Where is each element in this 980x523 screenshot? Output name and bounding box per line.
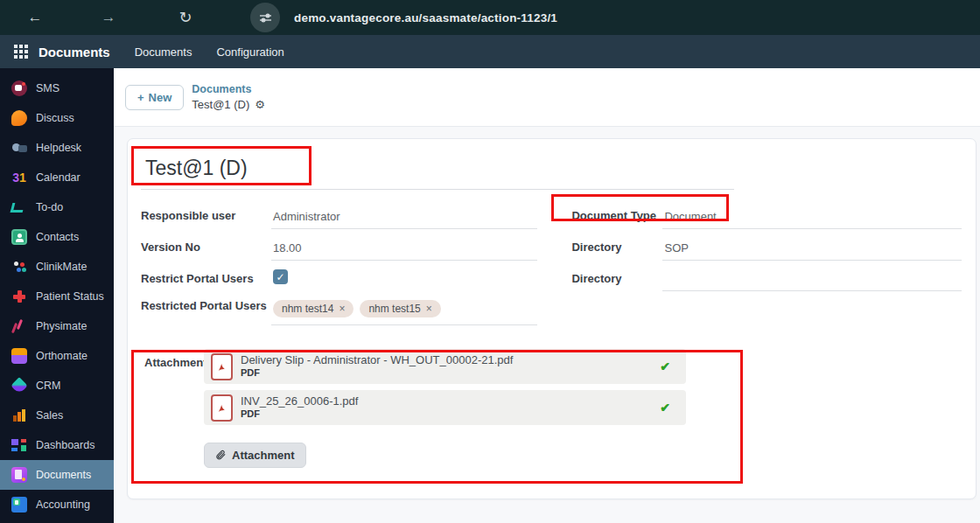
field-document-type: Document Type Document [569, 200, 962, 232]
clinikmate-icon [11, 259, 27, 275]
site-settings-icon[interactable] [250, 3, 280, 32]
title-field[interactable]: Test@1 (D) [141, 150, 734, 190]
sidebar-item-label: Helpdesk [36, 142, 81, 154]
add-attachment-button[interactable]: Attachment [204, 443, 306, 468]
discuss-icon [11, 110, 27, 126]
attachment-section: Attachment Delivery Slip - Administrator… [138, 349, 962, 468]
field-directory-2: Directory [569, 263, 962, 295]
browser-chrome: ← → ↻ demo.vantagecore.au/saasmate/actio… [0, 0, 980, 35]
document-title: Test@1 (D) [145, 157, 248, 179]
file-type: PDF [241, 367, 660, 380]
patient-status-icon [11, 289, 27, 304]
field-label: Restricted Portal Users [138, 298, 271, 314]
field-restricted-portal-users: Restricted Portal Users nhm test14 × nhm… [138, 295, 537, 326]
sidebar-item-sms[interactable]: SMS [0, 73, 114, 103]
field-label: Directory [569, 271, 662, 287]
directory-2-input[interactable] [662, 267, 962, 291]
sidebar-item-physimate[interactable]: Physimate [0, 311, 114, 341]
field-label: Document Type [569, 208, 662, 224]
accounting-icon [11, 497, 27, 513]
version-no-input[interactable]: 18.00 [271, 235, 537, 261]
sidebar-item-label: Dashboards [36, 439, 94, 451]
sidebar-item-orthomate[interactable]: Orthomate [0, 341, 114, 371]
field-label: Restrict Portal Users [138, 271, 271, 287]
sidebar-item-label: Calendar [36, 171, 80, 184]
check-icon: ✓ [276, 271, 284, 283]
sidebar-item-calendar[interactable]: 31 Calendar [0, 163, 114, 192]
tag-label: nhm test15 [368, 303, 420, 315]
directory-input[interactable]: SOP [662, 235, 962, 261]
responsible-user-input[interactable]: Administrator [271, 204, 537, 229]
url-text: demo.vantagecore.au/saasmate/action-1123… [294, 11, 557, 24]
plus-icon: + [137, 91, 144, 104]
sidebar-item-label: To-do [36, 201, 63, 213]
tag-label: nhm test14 [282, 303, 333, 315]
sidebar-item-patient-status[interactable]: Patient Status [0, 282, 114, 311]
app-header: Documents Documents Configuration [0, 35, 980, 68]
menu-configuration[interactable]: Configuration [216, 45, 284, 59]
settings-gear-icon[interactable]: ⚙ [255, 97, 265, 114]
sidebar-item-accounting[interactable]: Accounting [0, 490, 114, 520]
sidebar-item-helpdesk[interactable]: Helpdesk [0, 133, 114, 163]
uploaded-check-icon: ✔ [660, 401, 670, 415]
sales-icon [11, 408, 27, 423]
physimate-icon [11, 318, 27, 334]
restrict-portal-users-checkbox[interactable]: ✓ [273, 269, 288, 284]
apps-menu-icon[interactable] [14, 45, 28, 59]
app-name[interactable]: Documents [38, 45, 110, 59]
file-type: PDF [241, 408, 660, 421]
sidebar: SMS Discuss Helpdesk 31 Calendar To-do C… [0, 68, 114, 523]
breadcrumb-current: Test@1 (D) [192, 97, 249, 114]
control-panel: + New Documents Test@1 (D) ⚙ [114, 68, 980, 127]
field-version-no: Version No 18.00 [138, 232, 537, 263]
sidebar-item-label: SMS [36, 82, 60, 94]
url-bar[interactable]: demo.vantagecore.au/saasmate/action-1123… [250, 3, 557, 31]
document-type-input[interactable]: Document [662, 204, 962, 229]
sidebar-item-label: Discuss [36, 112, 74, 124]
sidebar-item-label: Documents [36, 469, 91, 481]
sidebar-item-discuss[interactable]: Discuss [0, 103, 114, 133]
sidebar-item-label: CRM [36, 380, 60, 392]
field-restrict-portal-users: Restrict Portal Users ✓ [138, 263, 537, 295]
field-label: Directory [569, 240, 662, 255]
attachment-label: Attachment [138, 349, 193, 468]
attachment-file[interactable]: Delivery Slip - Administrator - WH_OUT_0… [204, 349, 686, 384]
file-name: INV_25_26_0006-1.pdf [241, 394, 660, 408]
breadcrumb: Documents Test@1 (D) ⚙ [192, 81, 265, 114]
breadcrumb-parent-link[interactable]: Documents [192, 81, 265, 97]
sidebar-item-label: Physimate [36, 320, 87, 332]
paperclip-icon [215, 450, 227, 461]
sidebar-item-label: Patient Status [36, 290, 104, 303]
crm-icon [11, 378, 27, 394]
sidebar-item-crm[interactable]: CRM [0, 371, 114, 401]
sidebar-item-label: Sales [36, 409, 63, 422]
refresh-icon[interactable]: ↻ [175, 8, 196, 27]
uploaded-check-icon: ✔ [660, 359, 670, 373]
menu-documents[interactable]: Documents [135, 45, 192, 59]
sidebar-item-label: ClinikMate [36, 261, 87, 273]
sidebar-item-contacts[interactable]: Contacts [0, 222, 114, 252]
user-tag[interactable]: nhm test15 × [360, 300, 440, 317]
sidebar-item-label: Orthomate [36, 350, 88, 362]
remove-tag-icon[interactable]: × [426, 303, 432, 315]
new-button[interactable]: + New [125, 85, 184, 110]
back-icon[interactable]: ← [24, 9, 46, 26]
orthomate-icon [11, 348, 27, 364]
field-label: Version No [138, 240, 271, 255]
sidebar-item-documents[interactable]: Documents [0, 460, 114, 490]
field-directory-1: Directory SOP [569, 232, 962, 263]
remove-tag-icon[interactable]: × [339, 303, 345, 315]
forward-icon[interactable]: → [98, 9, 119, 26]
sidebar-item-dashboards[interactable]: Dashboards [0, 430, 114, 460]
todo-icon [11, 199, 27, 215]
sidebar-item-clinikmate[interactable]: ClinikMate [0, 252, 114, 282]
sidebar-item-todo[interactable]: To-do [0, 192, 114, 222]
sidebar-item-label: Accounting [36, 499, 90, 511]
pdf-file-icon [211, 353, 233, 380]
field-responsible-user: Responsible user Administrator [138, 200, 537, 232]
field-label: Responsible user [138, 208, 271, 224]
sidebar-item-sales[interactable]: Sales [0, 401, 114, 430]
attachment-file[interactable]: INV_25_26_0006-1.pdf PDF ✔ [204, 390, 686, 425]
restricted-portal-users-input[interactable]: nhm test14 × nhm test15 × [271, 298, 537, 325]
user-tag[interactable]: nhm test14 × [273, 300, 354, 317]
